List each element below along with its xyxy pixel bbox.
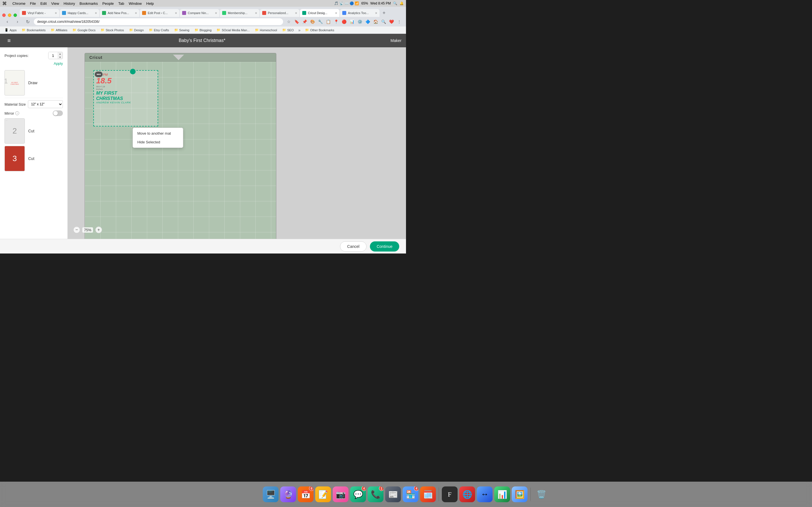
forward-button[interactable]: › — [13, 18, 21, 25]
design-element[interactable]: 8:45 PM 18.5 09.07.19 inches MY FIRST CH… — [93, 70, 158, 126]
menu-file[interactable]: File — [30, 1, 36, 6]
tab-personalized[interactable]: Personalized... ✕ — [260, 9, 299, 17]
extension-icon-1[interactable]: 🔖 — [293, 18, 300, 25]
tab-edit-post[interactable]: Edit Post ‹ C... ✕ — [140, 9, 179, 17]
tab-close-icon[interactable]: ✕ — [135, 11, 137, 15]
tab-label: Membership... — [228, 11, 253, 15]
bookmark-star-icon[interactable]: ☆ — [285, 18, 292, 25]
tab-close-icon[interactable]: ✕ — [55, 11, 57, 15]
menu-tab[interactable]: Tab — [118, 1, 124, 6]
copies-input[interactable] — [49, 52, 57, 59]
extension-icon-7[interactable]: 🔴 — [341, 18, 347, 25]
menu-help[interactable]: Help — [146, 1, 154, 6]
tab-close-icon[interactable]: ✕ — [335, 11, 337, 15]
mirror-toggle[interactable] — [53, 110, 63, 116]
zoom-in-button[interactable]: + — [95, 226, 102, 233]
back-button[interactable]: ‹ — [3, 18, 11, 25]
tab-vinyl-fabric[interactable]: Vinyl Fabric - ✕ — [20, 9, 59, 17]
extension-icon-8[interactable]: 📊 — [349, 18, 355, 25]
mat-item-3[interactable]: ⋯ 3 Cut — [4, 146, 63, 171]
hide-selected-item[interactable]: Hide Selected — [133, 138, 183, 147]
design-options-button[interactable]: ••• — [95, 71, 103, 77]
mat-thumb-design-1: MY FIRSTCHRISTMAS — [6, 73, 23, 94]
bookmark-homeschool[interactable]: 📁 Homeschool — [253, 27, 280, 33]
mat-arrow-up — [173, 55, 184, 60]
design-drag-handle[interactable] — [130, 69, 136, 74]
minimize-button[interactable] — [8, 13, 11, 17]
mat-item-2[interactable]: ⋯ 2 Cut — [4, 118, 63, 144]
folder-icon: 📁 — [72, 28, 77, 32]
tab-close-icon[interactable]: ✕ — [175, 11, 177, 15]
header-menu-button[interactable]: ≡ — [4, 36, 13, 45]
extension-icon-13[interactable]: ❤️ — [388, 18, 395, 25]
tab-close-icon[interactable]: ✕ — [95, 11, 97, 15]
bookmark-apps[interactable]: 📱 Apps — [2, 27, 19, 33]
move-to-another-mat-item[interactable]: Move to another mat — [133, 129, 183, 138]
extension-icon-10[interactable]: 🔷 — [364, 18, 371, 25]
tab-add-new-pos[interactable]: Add New Pos... ✕ — [100, 9, 139, 17]
bookmark-other[interactable]: 📁 Other Bookmarks — [303, 27, 337, 33]
extension-icon-6[interactable]: 📍 — [333, 18, 340, 25]
extension-icon-9[interactable]: ⚙️ — [356, 18, 363, 25]
notification-icon[interactable]: 🔔 — [400, 1, 404, 5]
bookmark-social-media[interactable]: 📁 SOcial Media Man... — [214, 27, 252, 33]
menu-bookmarks[interactable]: Bookmarks — [80, 1, 98, 6]
mirror-info-icon[interactable]: i — [15, 111, 19, 115]
extension-icon-3[interactable]: 🎨 — [309, 18, 316, 25]
mat-item-1[interactable]: MY FIRSTCHRISTMAS 1 Draw — [4, 70, 63, 96]
tab-close-icon[interactable]: ✕ — [255, 11, 257, 15]
material-size-label: Material Size — [4, 102, 26, 107]
tab-close-icon[interactable]: ✕ — [375, 11, 377, 15]
mini-design-text-1: MY FIRSTCHRISTMAS — [10, 82, 18, 86]
bookmark-sewing[interactable]: 📁 Sewing — [172, 27, 192, 33]
tab-close-icon[interactable]: ✕ — [295, 11, 297, 15]
cancel-button[interactable]: Cancel — [340, 241, 366, 251]
mat-thumbnail-3: ⋯ 3 — [4, 146, 25, 171]
apply-button[interactable]: Apply — [4, 61, 63, 66]
extension-icon-5[interactable]: 📋 — [325, 18, 332, 25]
bookmark-affiliates[interactable]: 📁 Affiliates — [49, 27, 70, 33]
bookmark-etsy-crafts[interactable]: 📁 Etsy Crafts — [147, 27, 171, 33]
extension-icon-12[interactable]: 🔍 — [380, 18, 387, 25]
extension-icon-2[interactable]: 📌 — [301, 18, 308, 25]
chrome-menu-icon[interactable]: ⋮ — [396, 18, 403, 25]
menu-chrome[interactable]: Chrome — [12, 1, 26, 6]
folder-icon: 📁 — [216, 28, 220, 32]
maximize-button[interactable] — [13, 13, 17, 17]
bookmark-google-docs[interactable]: 📁 Google Docs — [70, 27, 98, 33]
tab-cricut-design[interactable]: Cricut Desig... ✕ — [300, 9, 340, 17]
material-size-select[interactable]: 12" x 12" 12" x 24" — [28, 100, 63, 108]
bookmark-stock-photos[interactable]: 📁 Stock Photos — [98, 27, 126, 33]
tab-close-icon[interactable]: ✕ — [215, 11, 217, 15]
menu-history[interactable]: History — [64, 1, 75, 6]
refresh-button[interactable]: ↻ — [24, 18, 32, 25]
tab-analytics[interactable]: Analytics Too... ✕ — [340, 9, 379, 17]
extension-icon-4[interactable]: 🔧 — [317, 18, 324, 25]
copies-down-arrow[interactable]: ▼ — [57, 55, 63, 59]
search-icon[interactable]: 🔍 — [393, 1, 397, 5]
tab-happy-cards[interactable]: Happy Cards... ✕ — [60, 9, 99, 17]
new-tab-button[interactable]: + — [380, 9, 388, 17]
bookmark-bookmarklets[interactable]: 📁 Bookmarklets — [19, 27, 48, 33]
zoom-out-button[interactable]: − — [73, 226, 80, 233]
url-input[interactable] — [34, 18, 283, 25]
continue-button[interactable]: Continue — [370, 241, 399, 251]
tab-membership[interactable]: Membership... ✕ — [220, 9, 259, 17]
bookmark-design[interactable]: 📁 Design — [127, 27, 146, 33]
bookmarks-more-button[interactable]: » — [297, 27, 302, 33]
tab-compare-nin[interactable]: Compare Nin... ✕ — [180, 9, 219, 17]
menu-edit[interactable]: Edit — [40, 1, 47, 6]
bookmark-seo[interactable]: 📁 SEO — [280, 27, 296, 33]
menu-window[interactable]: Window — [129, 1, 142, 6]
system-icons: 🎵 📡 ⌨️ 🔵 📶 — [334, 1, 359, 5]
close-button[interactable] — [2, 13, 6, 17]
bookmark-blogging[interactable]: 📁 Blogging — [192, 27, 214, 33]
apple-menu[interactable]: ⌘ — [2, 1, 7, 6]
menu-people[interactable]: People — [102, 1, 114, 6]
browser-chrome: Vinyl Fabric - ✕ Happy Cards... ✕ Add Ne… — [0, 7, 406, 34]
copies-up-arrow[interactable]: ▲ — [57, 52, 63, 55]
bookmark-label: Sewing — [179, 29, 190, 32]
bookmark-label: Blogging — [200, 29, 212, 32]
menu-view[interactable]: View — [51, 1, 59, 6]
extension-icon-11[interactable]: 🏠 — [372, 18, 379, 25]
